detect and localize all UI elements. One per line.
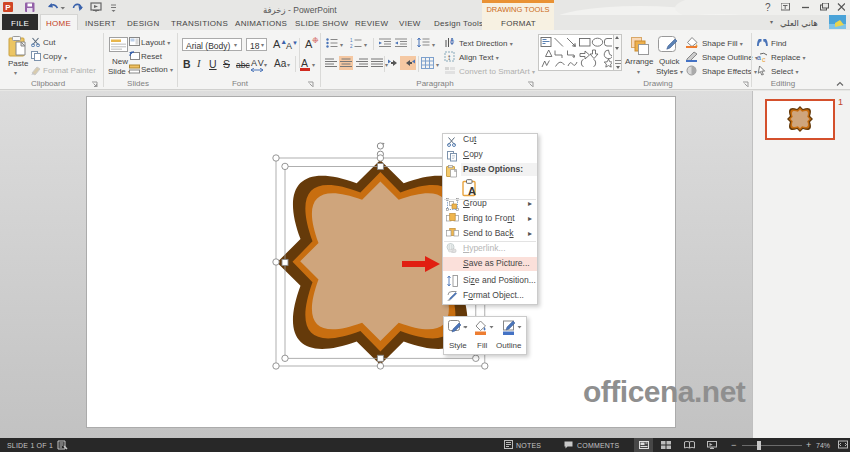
svg-text:c: c [762, 56, 766, 62]
svg-text:↕: ↕ [447, 53, 451, 62]
svg-text:a: a [757, 54, 761, 61]
svg-text:A: A [450, 37, 454, 43]
svg-text:2: 2 [350, 44, 353, 48]
svg-text:1: 1 [350, 38, 353, 43]
svg-text:P: P [5, 3, 11, 12]
svg-text:A: A [468, 185, 476, 197]
